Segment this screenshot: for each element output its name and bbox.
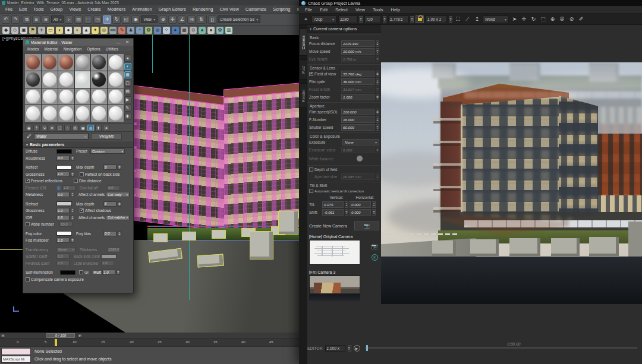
menu-material[interactable]: Material bbox=[42, 47, 61, 51]
menu-civil-view[interactable]: Civil View bbox=[216, 7, 241, 12]
link-icon[interactable]: ⊘ bbox=[568, 15, 575, 23]
fog-multiplier-field[interactable]: 1.0 bbox=[56, 238, 70, 243]
tab-camera[interactable]: Camera bbox=[299, 29, 307, 56]
roughness-field[interactable]: 0.0 bbox=[56, 156, 70, 161]
material-slot[interactable] bbox=[91, 88, 107, 105]
field-of-view-field[interactable]: 55.766 deg bbox=[341, 71, 374, 77]
track-bar[interactable]: 0 5 10 15 20 25 30 35 40 45 bbox=[0, 338, 299, 346]
affect-shadows-checkbox[interactable] bbox=[80, 208, 84, 213]
pixel-aspect-spinner[interactable] bbox=[449, 16, 452, 23]
create-camera-button[interactable]: 📷 bbox=[354, 221, 379, 230]
f-number-spinner[interactable] bbox=[376, 116, 379, 123]
named-sets-icon[interactable]: {} bbox=[208, 15, 216, 24]
material-slot[interactable] bbox=[91, 71, 107, 88]
ior-spinner[interactable] bbox=[71, 215, 74, 220]
toolbar-icon[interactable]: ● bbox=[207, 27, 215, 34]
camera-thumbnail-fx[interactable] bbox=[309, 276, 360, 300]
toolbar-icon[interactable]: ⁘ bbox=[163, 27, 170, 34]
film-gate-spinner[interactable] bbox=[376, 78, 379, 85]
next-frame-icon[interactable]: ► bbox=[77, 333, 83, 338]
angle-snap-icon[interactable]: ∠ bbox=[178, 15, 186, 24]
toolbar-icon[interactable]: ▦ bbox=[181, 27, 188, 34]
toolbar-icon[interactable]: ✈ bbox=[38, 27, 45, 34]
dim-distance-checkbox[interactable] bbox=[74, 179, 78, 183]
material-slot-water[interactable] bbox=[75, 71, 91, 88]
time-marker[interactable] bbox=[55, 339, 57, 346]
metalness-spinner[interactable] bbox=[71, 192, 74, 197]
menu-edit[interactable]: Edit bbox=[316, 7, 331, 12]
aspect-ratio-field[interactable]: 1.778:1 bbox=[388, 15, 408, 23]
toolbar-icon[interactable]: ✎ bbox=[118, 27, 125, 34]
menu-file[interactable]: File bbox=[301, 7, 316, 12]
select-rotate-icon[interactable]: ↻ bbox=[112, 15, 121, 24]
toolbar-icon[interactable]: ◆ bbox=[2, 27, 10, 34]
refract-affect-channels-dropdown[interactable]: Col.+alpha bbox=[106, 215, 130, 220]
refract-color-swatch[interactable] bbox=[56, 201, 72, 206]
material-slot[interactable] bbox=[25, 88, 41, 105]
shift-horizontal-field[interactable]: 0.000 bbox=[350, 209, 371, 216]
toolbar-icon[interactable]: ❂ bbox=[145, 27, 152, 34]
resolution-preset-dropdown[interactable]: 720p bbox=[311, 15, 336, 23]
fog-color-swatch[interactable] bbox=[56, 231, 72, 236]
shift-h-spinner[interactable] bbox=[372, 209, 376, 216]
sample-type-icon[interactable]: ● bbox=[124, 55, 131, 62]
camera-item-label[interactable]: [Home] Original Camera bbox=[307, 232, 381, 239]
generate-preview-icon[interactable]: ▶ bbox=[124, 96, 131, 103]
backlight-icon[interactable]: ◐ bbox=[124, 63, 131, 70]
zoom-factor-spinner[interactable] bbox=[376, 94, 379, 100]
select-scale-icon[interactable]: ◱ bbox=[122, 15, 130, 24]
pick-material-icon[interactable]: 🖉 bbox=[27, 134, 32, 139]
rect-selection-icon[interactable]: ⬚ bbox=[84, 15, 92, 24]
select-place-icon[interactable]: ◉ bbox=[131, 15, 140, 24]
minimize-icon[interactable]: — bbox=[114, 40, 122, 45]
set-view-camera-icon[interactable]: 📷 bbox=[371, 243, 377, 249]
material-type-button[interactable]: VRayMtl bbox=[91, 133, 122, 140]
glossiness-spinner[interactable] bbox=[71, 172, 74, 177]
ref-coord-dropdown[interactable]: View bbox=[141, 15, 158, 23]
material-slot[interactable] bbox=[75, 54, 91, 71]
close-icon[interactable]: ✕ bbox=[124, 40, 131, 45]
panel-header[interactable]: Current camera options bbox=[307, 25, 381, 33]
fresnel-ior-lock-button[interactable]: L bbox=[56, 185, 61, 191]
cursor-icon[interactable]: ⌖ bbox=[302, 15, 310, 23]
field-of-view-checkbox[interactable] bbox=[309, 72, 313, 76]
toolbar-icon[interactable]: ▣ bbox=[20, 27, 27, 34]
height-spinner[interactable] bbox=[383, 16, 386, 23]
tab-render[interactable]: Render bbox=[299, 83, 307, 108]
mult-field[interactable]: 1.0 bbox=[102, 270, 115, 275]
zoom-factor-field[interactable]: 1.000 bbox=[341, 94, 374, 100]
focus-distance-field[interactable]: 2229.492 bbox=[341, 40, 374, 47]
material-slot[interactable] bbox=[42, 71, 58, 88]
height-field[interactable]: 720 bbox=[364, 15, 381, 23]
auto-tilt-checkbox[interactable] bbox=[309, 189, 313, 193]
material-editor-titlebar[interactable]: Material Editor - Water — ✕ bbox=[23, 39, 133, 46]
playback-speed-field[interactable]: 1.000 x bbox=[325, 345, 345, 352]
fwd-bck-coeff-field[interactable]: 1.0 bbox=[56, 261, 70, 266]
white-balance-swatch[interactable] bbox=[357, 156, 363, 162]
preset-dropdown[interactable]: Custom bbox=[90, 148, 125, 154]
toolbar-icon[interactable]: ✦ bbox=[92, 27, 99, 34]
rollout-basic-parameters[interactable]: Basic parameters bbox=[23, 141, 133, 148]
prev-frame-icon[interactable]: ◄ bbox=[0, 333, 5, 338]
toolbar-icon[interactable]: ♟ bbox=[127, 27, 134, 34]
tilt-h-spinner[interactable] bbox=[372, 201, 376, 208]
bind-spacewarp-icon[interactable]: ≋ bbox=[42, 15, 50, 24]
material-slot[interactable] bbox=[42, 88, 58, 105]
material-slot[interactable] bbox=[42, 105, 58, 122]
unlink-icon[interactable]: ⧈ bbox=[32, 15, 40, 24]
material-slot[interactable] bbox=[42, 54, 58, 71]
light-multiplier-field[interactable]: 1.0 bbox=[101, 261, 114, 266]
select-link-icon[interactable]: ⧉ bbox=[23, 15, 31, 24]
exposure-value-spinner[interactable] bbox=[376, 147, 379, 153]
viewport-block[interactable] bbox=[197, 254, 224, 267]
material-slot[interactable] bbox=[91, 54, 107, 71]
material-slot[interactable] bbox=[108, 54, 124, 71]
coordinate-space-dropdown[interactable]: World bbox=[483, 15, 509, 23]
affect-channels-dropdown[interactable]: Col. only bbox=[106, 192, 130, 197]
pivot-icon[interactable]: ⊕ bbox=[549, 15, 556, 23]
menu-graph-editors[interactable]: Graph Editors bbox=[156, 7, 189, 12]
ior-field[interactable]: 1.6 bbox=[56, 215, 70, 220]
menu-tools[interactable]: Tools bbox=[30, 7, 47, 12]
fog-bias-field[interactable]: 0.0 bbox=[103, 231, 117, 236]
tilt-vertical-field[interactable]: 0.079 bbox=[322, 201, 344, 208]
